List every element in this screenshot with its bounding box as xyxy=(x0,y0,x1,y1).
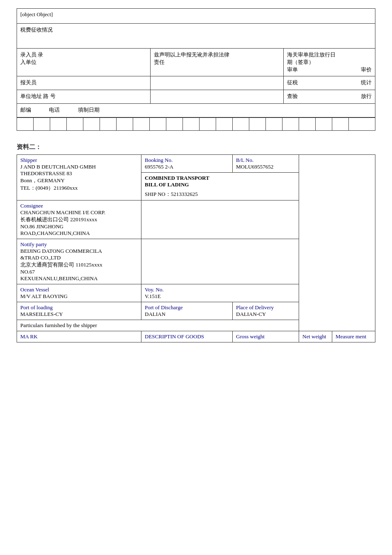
vessel-row: Ocean Vessel M/V ALT BAOYING Voy. No. V.… xyxy=(17,284,375,302)
broker-label: 报关员 xyxy=(20,79,37,86)
shipper-tel: TEL：(0049）211960xxx xyxy=(20,184,138,192)
grid-cell-16 xyxy=(266,118,282,130)
combined-transport-cell: COMBINED TRANSPORT BILL OF LADING SHIP N… xyxy=(141,173,299,200)
grid-cell-10 xyxy=(166,118,183,130)
release-label: 放行 xyxy=(361,93,372,100)
bill-of-lading-table: Shipper J AND B DEUTCHLAND GMBH THEDORST… xyxy=(17,154,375,342)
measure-cell: Measure ment xyxy=(332,331,375,342)
tax-label: 税费征收情况 xyxy=(20,27,53,33)
post-col: 邮编 电话 填制日期 xyxy=(17,104,284,117)
consignee-label: Consignee xyxy=(20,203,138,209)
grid-cell-20 xyxy=(332,118,349,130)
bill-of-lading-text: BILL OF LADING xyxy=(145,181,295,188)
bl-no: MOLU69557652 xyxy=(236,164,295,170)
mark-label: MA RK xyxy=(20,333,38,340)
grid-cell-6 xyxy=(100,118,117,130)
grid-cell-end xyxy=(349,118,375,130)
grid-cell-5 xyxy=(83,118,100,130)
gross-weight-cell: Gross weight xyxy=(233,331,299,342)
booking-cell: Booking No. 6955765 2-A xyxy=(141,155,233,173)
notify-cell: Notify party BEIJING DATONG COMMERCILA &… xyxy=(17,239,141,284)
bl-cell: B/L No. MOLU69557652 xyxy=(233,155,299,173)
consignee-addr2: ROAD,CHANGCHUN,CHINA xyxy=(20,230,138,237)
post-label: 邮编 xyxy=(20,107,31,113)
net-weight-cell: Net weight xyxy=(299,331,332,342)
bl-label: B/L No. xyxy=(236,157,295,164)
grid-cell-13 xyxy=(216,118,233,130)
shen-dan: 审单 xyxy=(287,66,298,73)
notify-cn: 北京大通商贸有限公司 110125xxxx xyxy=(20,261,138,269)
items-header-row: [object Object] xyxy=(17,9,375,24)
empty-notify-right xyxy=(141,239,299,284)
shipper-booking-row: Shipper J AND B DEUTCHLAND GMBH THEDORST… xyxy=(17,155,375,173)
address-row: 单位地址 路 号 查验 放行 xyxy=(17,90,375,104)
notify-addr2: KEXUENANLU,BEIJING,CHINA xyxy=(20,275,138,282)
broker-col: 报关员 xyxy=(17,76,151,90)
declaration-text: 兹声明以上申报无讹并承担法律 xyxy=(154,51,280,59)
empty-mid-col xyxy=(151,76,284,90)
grid-cell-17 xyxy=(282,118,299,130)
notify-label: Notify party xyxy=(20,241,138,248)
net-weight-label: Net weight xyxy=(302,333,326,340)
port-loading-cell: Port of loading MARSEILLES-CY xyxy=(17,302,141,320)
notify-name: BEIJING DATONG COMMERCILA xyxy=(20,248,138,254)
grid-cell-9 xyxy=(150,118,166,130)
goods-header-row: MA RK DESCRIPTIN OF GOODS Gross weight N… xyxy=(17,331,375,342)
customs-approval-text1: 海关审单批注放行日 xyxy=(287,51,372,59)
port-discharge-value: DALIAN xyxy=(145,311,229,318)
notify-co: &TRAD CO.,LTD xyxy=(20,254,138,261)
ocean-vessel-cell: Ocean Vessel M/V ALT BAOYING xyxy=(17,284,141,302)
port-discharge-cell: Port of Discharge DALIAN xyxy=(141,302,233,320)
grid-cell-1 xyxy=(17,118,34,130)
combined-transport-text: COMBINED TRANSPORT xyxy=(145,175,295,181)
grid-cell-8 xyxy=(133,118,150,130)
particulars-cell: Particulars furnished by the shipper xyxy=(17,320,299,331)
measure-label: Measure ment xyxy=(336,333,366,340)
notify-addr1: NO.67 xyxy=(20,269,138,275)
notify-row: Notify party BEIJING DATONG COMMERCILA &… xyxy=(17,239,375,284)
entry-unit-text: 入单位 xyxy=(20,59,147,66)
goods-label: DESCRIPTIN OF GOODS xyxy=(145,333,204,340)
shipper-addr2: Bonn，GERMANY xyxy=(20,177,138,184)
entry-personnel-col: 录入员 录 入单位 xyxy=(17,49,151,76)
grid-cell-12 xyxy=(200,118,216,130)
place-delivery-cell: Place of Delivery DALIAN-CY xyxy=(233,302,299,320)
address-col: 单位地址 路 号 xyxy=(17,90,151,103)
section2-title: 资料二： xyxy=(17,143,375,151)
ports-row: Port of loading MARSEILLES-CY Port of Di… xyxy=(17,302,375,320)
voy-no-label: Voy. No. xyxy=(145,286,295,293)
mark-cell: MA RK xyxy=(17,331,141,342)
consignee-row: Consignee CHANGCHUN MACHINE I/E CORP. 长春… xyxy=(17,200,375,239)
empty-right-span xyxy=(141,200,299,239)
port-discharge-label: Port of Discharge xyxy=(145,304,229,311)
shipper-addr1: THEDORSTRASSE 83 xyxy=(20,170,138,177)
shen-jia: 审价 xyxy=(361,66,372,73)
responsibility-text: 责任 xyxy=(154,59,280,66)
ocean-vessel-label: Ocean Vessel xyxy=(20,286,138,293)
grid-cell-19 xyxy=(316,118,332,130)
voy-no-cell: Voy. No. V.151E xyxy=(141,284,299,302)
entry-personnel-text: 录入员 录 xyxy=(20,51,147,59)
customs-approval-col: 海关审单批注放行日 期（签章） 审单 审价 xyxy=(284,49,375,76)
customs-approval-text2: 期（签章） xyxy=(287,59,372,66)
ocean-vessel-value: M/V ALT BAOYING xyxy=(20,293,138,300)
place-delivery-value: DALIAN-CY xyxy=(236,311,295,318)
grid-cell-2 xyxy=(34,118,50,130)
empty-right-col xyxy=(284,104,375,117)
grid-cell-3 xyxy=(50,118,67,130)
top-form: [object Object] 税费征收情况 录入员 录 入单位 兹声明以上申报… xyxy=(17,8,375,131)
empty-mid-col2 xyxy=(151,90,284,103)
tax-label2: 征税 xyxy=(287,79,298,86)
grid-cell-11 xyxy=(183,118,200,130)
grid-cell-7 xyxy=(117,118,133,130)
place-delivery-label: Place of Delivery xyxy=(236,304,295,311)
tax-stat-col: 征税 统计 xyxy=(284,76,375,90)
voy-no-value: V.151E xyxy=(145,293,295,300)
particulars-row: Particulars furnished by the shipper xyxy=(17,320,375,331)
tel-label: 电话 xyxy=(49,107,60,113)
stat-label: 统计 xyxy=(361,79,372,86)
fill-label: 填制日期 xyxy=(78,107,100,113)
gross-weight-label: Gross weight xyxy=(236,333,265,340)
address-label: 单位地址 路 号 xyxy=(20,93,56,99)
declaration-text-col: 兹声明以上申报无讹并承担法律 责任 xyxy=(151,49,284,76)
